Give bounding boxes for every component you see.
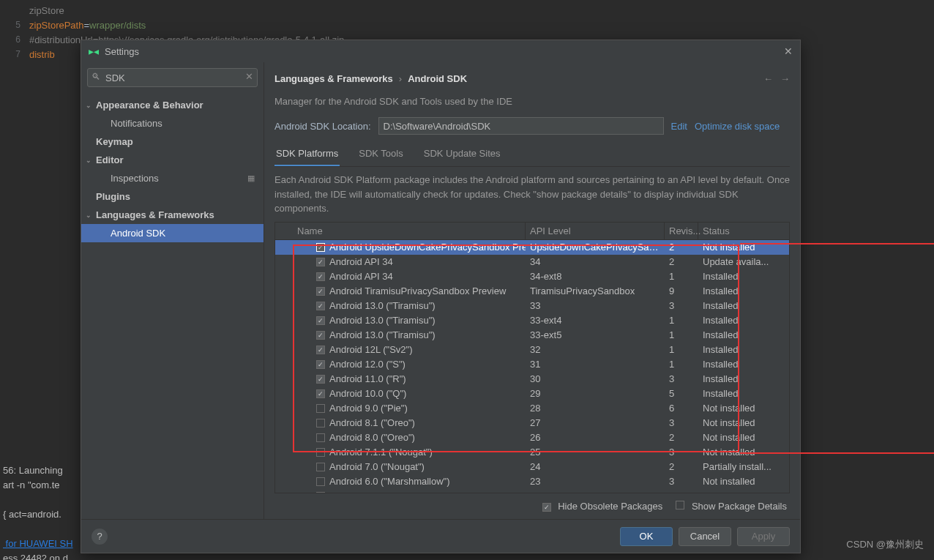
tab-sdk-update-sites[interactable]: SDK Update Sites (422, 142, 502, 166)
watermark: CSDN @豫州刺史 (846, 538, 924, 551)
status: Not installed (698, 242, 779, 253)
status: Installed (698, 388, 779, 399)
sdk-location-input[interactable] (378, 117, 664, 135)
table-row[interactable]: Android API 3434-ext81Installed (275, 269, 789, 284)
table-row[interactable]: Android 7.0 ("Nougat")242Partially insta… (275, 460, 789, 474)
revision: 1 (665, 271, 698, 282)
checkbox-icon[interactable] (316, 492, 325, 493)
table-row[interactable]: Android 12.0 ("S")311Installed (275, 357, 789, 372)
table-row[interactable]: Android 10.0 ("Q")295Installed (275, 387, 789, 401)
checkbox-icon[interactable] (316, 404, 325, 413)
sidebar-item[interactable]: Notifications (81, 114, 264, 132)
api-level: 26 (526, 432, 665, 443)
revision: 3 (665, 476, 698, 487)
sidebar-item[interactable]: Android SDK (81, 224, 264, 242)
status: Installed (698, 285, 779, 296)
platform-name: Android 13.0 ("Tiramisu") (329, 315, 436, 326)
checkbox-icon[interactable] (316, 272, 325, 281)
revision: 6 (665, 403, 698, 414)
revision: 9 (665, 285, 698, 296)
revision: 5 (665, 388, 698, 399)
table-row[interactable]: Android 7.1.1 ("Nougat")253Not installed (275, 445, 789, 460)
checkbox-icon[interactable] (316, 302, 325, 310)
search-icon: 🔍︎ (91, 72, 100, 82)
checkbox-icon[interactable] (316, 360, 325, 369)
help-button[interactable]: ? (91, 529, 108, 545)
sidebar-item-label: Plugins (96, 191, 130, 202)
checkbox-icon[interactable] (316, 389, 325, 398)
sidebar-item[interactable]: ⌄Appearance & Behavior (81, 96, 264, 114)
sidebar-item-label: Appearance & Behavior (96, 100, 203, 111)
show-details-checkbox[interactable]: Show Package Details (676, 501, 787, 512)
api-level: 22 (526, 490, 665, 493)
revision: 2 (665, 461, 698, 472)
platform-name: Android 7.0 ("Nougat") (329, 461, 425, 472)
status: Not installed (698, 447, 779, 458)
table-row[interactable]: Android 12L ("Sv2")321Installed (275, 343, 789, 357)
android-icon: ▸◂ (89, 45, 99, 57)
table-row[interactable]: Android 8.0 ("Oreo")262Not installed (275, 430, 789, 445)
checkbox-icon[interactable] (316, 463, 325, 471)
platform-name: Android UpsideDownCakePrivacySandbox Pre… (329, 242, 526, 253)
table-row[interactable]: Android 13.0 ("Tiramisu")33-ext51Install… (275, 328, 789, 343)
checkbox-icon[interactable] (316, 258, 325, 266)
status: Not installed (698, 417, 779, 428)
cancel-button[interactable]: Cancel (679, 527, 731, 546)
sidebar-item-label: Notifications (111, 118, 162, 129)
revision: 1 (665, 315, 698, 326)
table-row[interactable]: Android TiramisuPrivacySandbox PreviewTi… (275, 284, 789, 299)
sidebar-item-label: Languages & Frameworks (96, 209, 214, 220)
optimize-link[interactable]: Optimize disk space (695, 121, 780, 132)
col-name[interactable]: Name (275, 223, 526, 239)
sidebar-item[interactable]: Inspections▦ (81, 169, 264, 187)
platform-name: Android TiramisuPrivacySandbox Preview (329, 285, 506, 296)
checkbox-icon[interactable] (316, 419, 325, 428)
sdk-tabs: SDK Platforms SDK Tools SDK Update Sites (274, 142, 790, 167)
terminal-link[interactable]: for HUAWEI SH (3, 538, 73, 549)
checkbox-icon[interactable] (316, 331, 325, 340)
table-row[interactable]: Android 5.1 ("Lollipop")222Not installed (275, 489, 789, 493)
table-row[interactable]: Android 11.0 ("R")303Installed (275, 372, 789, 387)
checkbox-icon[interactable] (316, 346, 325, 354)
dialog-title: Settings (105, 46, 139, 57)
nav-forward-icon[interactable]: → (780, 73, 790, 84)
col-api[interactable]: API Level (526, 223, 665, 239)
clear-search-icon[interactable]: ✕ (245, 71, 253, 82)
col-status[interactable]: Status (698, 223, 779, 239)
checkbox-icon[interactable] (316, 477, 325, 486)
tab-sdk-tools[interactable]: SDK Tools (357, 142, 404, 166)
table-row[interactable]: Android UpsideDownCakePrivacySandbox Pre… (275, 240, 789, 255)
nav-back-icon[interactable]: ← (763, 73, 773, 84)
hide-obsolete-checkbox[interactable]: Hide Obsolete Packages (542, 501, 663, 512)
col-revision[interactable]: Revis... (665, 223, 698, 239)
sidebar-item[interactable]: Keymap (81, 132, 264, 151)
settings-tree[interactable]: ⌄Appearance & BehaviorNotificationsKeyma… (81, 93, 264, 245)
table-row[interactable]: Android 13.0 ("Tiramisu")33-ext41Install… (275, 313, 789, 328)
sidebar-item[interactable]: Plugins (81, 187, 264, 206)
edit-link[interactable]: Edit (671, 121, 687, 132)
breadcrumb: Languages & Frameworks › Android SDK ← → (274, 68, 790, 89)
apply-button[interactable]: Apply (737, 527, 790, 546)
checkbox-icon[interactable] (316, 316, 325, 325)
ok-button[interactable]: OK (620, 527, 673, 546)
table-row[interactable]: Android 9.0 ("Pie")286Not installed (275, 401, 789, 416)
table-row[interactable]: Android 8.1 ("Oreo")273Not installed (275, 416, 789, 430)
checkbox-icon[interactable] (316, 243, 325, 252)
checkbox-icon[interactable] (316, 287, 325, 296)
table-row[interactable]: Android 6.0 ("Marshmallow")233Not instal… (275, 474, 789, 489)
close-icon[interactable]: ✕ (784, 45, 793, 57)
tab-sdk-platforms[interactable]: SDK Platforms (274, 142, 340, 166)
checkbox-icon[interactable] (316, 448, 325, 457)
status: Not installed (698, 490, 779, 493)
page-subtitle: Manager for the Android SDK and Tools us… (274, 96, 790, 107)
api-level: UpsideDownCakePrivacySand... (526, 242, 665, 253)
platform-name: Android 10.0 ("Q") (329, 388, 406, 399)
api-level: 33 (526, 300, 665, 311)
table-row[interactable]: Android 13.0 ("Tiramisu")333Installed (275, 299, 789, 313)
sidebar-item[interactable]: ⌄Languages & Frameworks (81, 206, 264, 224)
sidebar-item[interactable]: ⌄Editor (81, 151, 264, 169)
checkbox-icon[interactable] (316, 433, 325, 442)
table-row[interactable]: Android API 34342Update availa... (275, 255, 789, 269)
search-input[interactable] (87, 68, 258, 87)
checkbox-icon[interactable] (316, 375, 325, 384)
